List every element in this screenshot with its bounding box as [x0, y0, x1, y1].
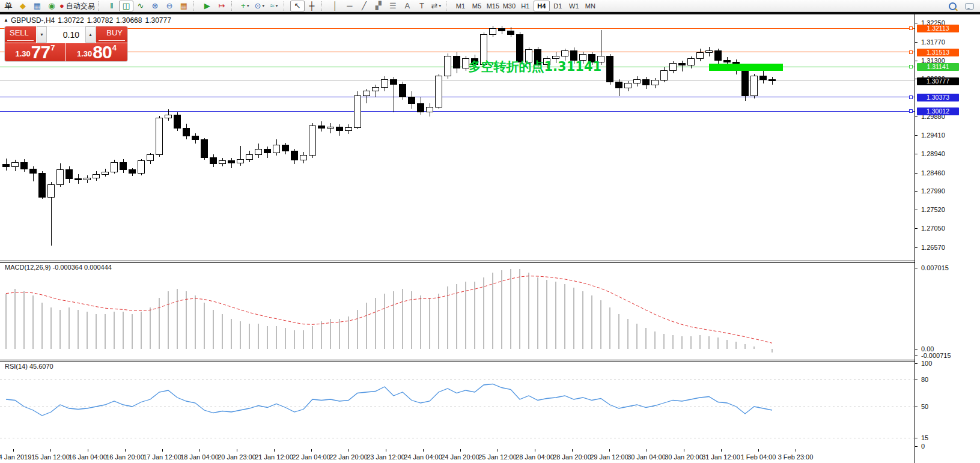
chart-shift-button[interactable]: ↦: [215, 1, 229, 11]
time-tick-mark: [796, 449, 796, 452]
axis-tick-mark: [915, 228, 918, 229]
charts-window-icon[interactable]: ▦: [30, 1, 44, 11]
timeframe-m1-button[interactable]: M1: [452, 1, 469, 11]
time-label: 31 Jan 12:00: [702, 453, 740, 461]
axis-tick-mark: [915, 363, 918, 364]
sell-button[interactable]: SELL: [5, 26, 36, 43]
zoom-out-button[interactable]: ⊖: [162, 1, 177, 11]
fibonacci-button[interactable]: ☰: [386, 1, 400, 11]
time-tick-mark: [721, 449, 722, 452]
charts-icon: ▦: [34, 1, 41, 11]
new-chart-icon: +: [241, 1, 246, 11]
autoscroll-icon: ▶: [204, 1, 210, 11]
indicators-button[interactable]: ≈▾: [267, 1, 281, 11]
text-a-icon: A: [405, 1, 410, 11]
dropdown-caret-icon[interactable]: ▾: [262, 1, 264, 11]
text-button[interactable]: A: [400, 1, 415, 11]
chat-icon[interactable]: [965, 3, 974, 10]
dropdown-caret-icon[interactable]: ▾: [439, 1, 441, 11]
time-label: 30 Jan 04:00: [627, 453, 666, 461]
timeframe-w1-button[interactable]: W1: [566, 1, 582, 11]
price-tick-label: 1.27050: [921, 225, 945, 232]
current-price-label: 1.30777: [917, 77, 959, 85]
time-tick-mark: [88, 449, 88, 452]
time-tick-mark: [647, 449, 647, 452]
timeframe-m30-button[interactable]: M30: [501, 1, 517, 11]
level-price-label: 1.30373: [917, 94, 959, 101]
buy-underline: [99, 40, 125, 41]
crosshair-button[interactable]: ┼: [305, 1, 319, 11]
channel-button[interactable]: ▞: [371, 1, 386, 11]
chart-area[interactable]: 多空转折的点1.31141: [0, 14, 915, 463]
time-label: 24 Jan 04:00: [404, 453, 442, 461]
arrows-button[interactable]: ⇄▾: [429, 1, 443, 11]
navigator-icon[interactable]: ◉: [44, 1, 59, 11]
autotrading-button[interactable]: ●自动交易: [59, 1, 96, 11]
buy-price-small: 1.30: [77, 49, 92, 58]
time-label: 3 Feb 23:00: [778, 453, 814, 461]
new-order-icon[interactable]: ◆: [16, 1, 30, 11]
macd-separator-line-1[interactable]: [0, 261, 980, 261]
line-chart-button[interactable]: ∿: [133, 1, 148, 11]
time-axis[interactable]: 14 Jan 201915 Jan 12:0016 Jan 04:0016 Ja…: [0, 449, 915, 463]
cursor-button[interactable]: ↖: [290, 1, 305, 11]
auto-scroll-button[interactable]: ▶: [200, 1, 215, 11]
tile-icon: ▦: [180, 1, 187, 11]
search-icon[interactable]: [949, 2, 957, 10]
time-label: 20 Jan 23:00: [218, 453, 256, 461]
time-tick-mark: [13, 449, 14, 452]
timeframe-mn-button[interactable]: MN: [582, 1, 598, 11]
axis-tick-mark: [915, 407, 918, 407]
buy-price-display[interactable]: 1.30 80 4: [66, 43, 127, 61]
sell-price-display[interactable]: 1.30 77 7: [5, 43, 65, 61]
toolbar-separator: [98, 1, 103, 11]
zoom-in-button[interactable]: ⊕: [148, 1, 162, 11]
label-button[interactable]: T: [415, 1, 429, 11]
collapse-arrow-icon[interactable]: ▲: [4, 17, 8, 23]
macd-axis-label: 0.007015: [921, 264, 949, 271]
chart-annotation: 多空转折的点1.31141: [469, 59, 602, 74]
tile-windows-button[interactable]: ▦: [177, 1, 191, 11]
macd-layer: [6, 269, 772, 353]
label-t-icon: T: [419, 1, 424, 11]
time-label: 30 Jan 20:00: [665, 453, 703, 461]
buy-button[interactable]: BUY: [96, 26, 127, 43]
bar-chart-button[interactable]: ‖: [105, 1, 119, 11]
rsi-separator-line-1[interactable]: [0, 360, 980, 360]
time-tick-mark: [572, 449, 573, 452]
dropdown-caret-icon[interactable]: ▾: [247, 1, 249, 11]
open-value: 1.30722: [58, 16, 84, 25]
level-price-label: 1.32113: [917, 25, 959, 32]
sell-price-small: 1.30: [16, 49, 31, 58]
price-axis[interactable]: 1.322501.317701.313001.308301.298801.294…: [915, 14, 980, 463]
horizontal-line-button[interactable]: ─: [342, 1, 357, 11]
toolbar-separator: [193, 1, 198, 11]
vertical-line-button[interactable]: │: [328, 1, 342, 11]
timeframe-h4-button[interactable]: H4: [534, 1, 550, 11]
arrows-icon: ⇄: [431, 1, 437, 11]
timeframe-h1-button[interactable]: H1: [517, 1, 534, 11]
rsi-layer: [0, 380, 915, 438]
time-tick-mark: [199, 449, 200, 452]
candlestick-chart-button[interactable]: ◫: [119, 1, 133, 11]
trendline-button[interactable]: ╱: [357, 1, 371, 11]
hline-icon: ─: [347, 1, 352, 11]
volume-increase-button[interactable]: ▲: [85, 26, 96, 43]
timeframe-m5-button[interactable]: M5: [469, 1, 485, 11]
sell-price-sup: 7: [50, 43, 55, 52]
axis-tick-mark: [915, 135, 918, 136]
dropdown-caret-icon[interactable]: ▾: [275, 1, 278, 11]
axis-tick-mark: [915, 210, 918, 210]
one-click-trade-panel: SELL ▼ ▲ BUY 1.30 77 7 1.30 80 4: [5, 26, 127, 61]
time-label: 14 Jan 2019: [0, 453, 31, 461]
timeframe-m15-button[interactable]: M15: [485, 1, 501, 11]
time-tick-mark: [274, 449, 275, 452]
order-text[interactable]: 单: [1, 1, 16, 11]
new-chart-button[interactable]: +▾: [238, 1, 252, 11]
axis-tick-mark: [915, 117, 918, 117]
volume-input[interactable]: [47, 26, 85, 43]
timeframe-d1-button[interactable]: D1: [550, 1, 566, 11]
volume-decrease-button[interactable]: ▼: [37, 26, 47, 43]
sell-price-big: 77: [31, 44, 50, 61]
profiles-button[interactable]: ⊙▾: [252, 1, 267, 11]
